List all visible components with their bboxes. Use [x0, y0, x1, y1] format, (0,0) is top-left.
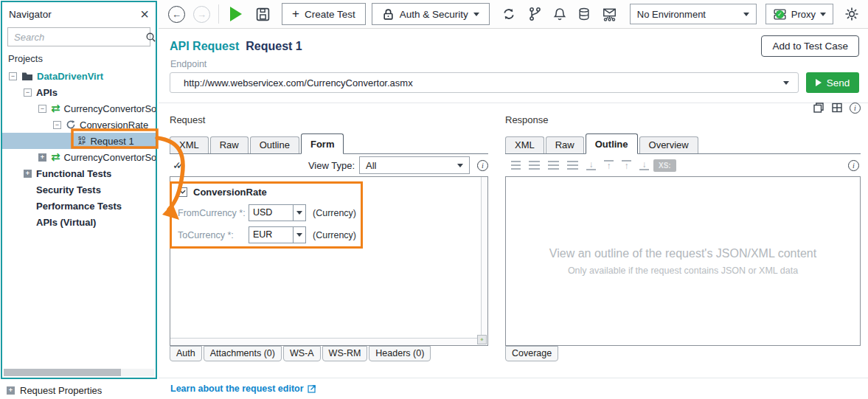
tab-raw[interactable]: Raw: [210, 136, 249, 153]
endpoint-combo[interactable]: http://www.webservicex.com/CurrencyConve…: [170, 72, 799, 93]
search-icon[interactable]: [145, 32, 156, 43]
tree-item-apis[interactable]: − APIs: [2, 84, 156, 100]
auth-security-button[interactable]: Auth & Security: [372, 3, 490, 25]
external-link-icon: [308, 384, 316, 393]
request-properties-toggle[interactable]: + Request Properties: [0, 382, 159, 399]
chevron-down-icon: [457, 164, 463, 167]
detach-window-icon[interactable]: [813, 102, 824, 114]
view-type-label: View Type:: [308, 160, 355, 171]
environment-select[interactable]: No Environment: [630, 4, 757, 24]
chevron-down-icon: [820, 13, 826, 16]
search-input[interactable]: [14, 32, 145, 43]
tab-xml[interactable]: XML: [505, 136, 544, 153]
from-currency-select[interactable]: USD: [249, 204, 306, 221]
request-bottom-tabs: Auth Attachments (0) WS-A WS-RM Headers …: [170, 346, 488, 361]
to-currency-select[interactable]: EUR: [249, 226, 306, 243]
tree-item-interface-2[interactable]: + ⇄ CurrencyConvertorSo: [2, 149, 156, 165]
tab-outline[interactable]: Outline: [586, 133, 638, 154]
validate-icon[interactable]: ✓✓: [170, 159, 177, 171]
group-collapse-checkbox[interactable]: [178, 187, 187, 197]
response-bottom-tabs: Coverage: [505, 346, 861, 361]
outline-expand-level-icon: [529, 161, 540, 170]
tree-item-performance-tests[interactable]: Performance Tests: [2, 198, 156, 214]
learn-about-request-editor-link[interactable]: Learn about the request editor: [170, 384, 316, 394]
tree-item-label: Performance Tests: [36, 201, 122, 212]
main-area: ← → + Create Test Auth & Security: [159, 0, 868, 399]
outline-expand-all-icon: [567, 161, 578, 170]
tab-coverage[interactable]: Coverage: [505, 346, 558, 361]
tab-raw[interactable]: Raw: [546, 136, 584, 153]
collapse-icon[interactable]: −: [9, 72, 17, 80]
tree-item-label: APIs: [36, 87, 58, 98]
back-button[interactable]: ←: [168, 6, 185, 23]
tree-item-operation[interactable]: − ConversionRate: [2, 117, 156, 133]
tab-form[interactable]: Form: [301, 133, 344, 154]
send-button[interactable]: Send: [806, 72, 859, 93]
tab-attachments[interactable]: Attachments (0): [204, 346, 282, 361]
field-type-hint: (Currency): [313, 208, 356, 218]
scrollbar-thumb[interactable]: [4, 369, 121, 376]
notifications-bell-icon[interactable]: [553, 7, 566, 21]
tab-auth[interactable]: Auth: [170, 346, 202, 361]
tab-ws-rm[interactable]: WS-RM: [322, 346, 368, 361]
tree-item-project[interactable]: − DataDrivenVirt: [2, 68, 156, 84]
create-test-button[interactable]: + Create Test: [282, 3, 366, 25]
chevron-down-icon[interactable]: [293, 205, 305, 221]
tree-item-apis-virtual[interactable]: APIs (Virtual): [2, 214, 156, 230]
move-down-icon: ↓: [586, 160, 596, 170]
info-icon[interactable]: i: [477, 160, 488, 171]
vertical-scrollbar[interactable]: [481, 177, 487, 338]
tree-item-label: ConversionRate: [80, 119, 148, 131]
layout-grid-icon[interactable]: [831, 102, 843, 114]
tab-headers[interactable]: Headers (0): [369, 346, 431, 361]
save-icon[interactable]: [255, 7, 271, 22]
search-box[interactable]: [7, 27, 150, 46]
collapse-icon[interactable]: −: [38, 105, 46, 113]
info-icon[interactable]: i: [848, 160, 859, 171]
tab-outline[interactable]: Outline: [250, 136, 299, 153]
chevron-down-icon: [473, 13, 479, 16]
expand-icon[interactable]: +: [24, 170, 32, 178]
tab-xml[interactable]: XML: [170, 136, 209, 153]
close-icon[interactable]: ×: [140, 7, 149, 21]
form-group-label: ConversionRate: [193, 187, 267, 198]
app-window: Navigator × Projects − DataDrivenVirt − …: [0, 0, 868, 399]
collapse-icon[interactable]: −: [24, 89, 32, 97]
tree-item-label: DataDrivenVirt: [37, 71, 103, 82]
tree-item-request-1[interactable]: SOAP Request 1: [2, 133, 156, 149]
move-up-icon: ↑: [604, 160, 614, 170]
expand-icon[interactable]: +: [7, 386, 15, 395]
database-icon[interactable]: [577, 7, 591, 21]
info-icon[interactable]: i: [850, 103, 861, 114]
horizontal-scrollbar[interactable]: [170, 338, 481, 345]
add-to-test-case-button[interactable]: Add to Test Case: [761, 35, 859, 57]
forward-button[interactable]: →: [193, 6, 210, 23]
soap-request-icon: SOAP: [78, 136, 86, 145]
tree-item-interface-1[interactable]: − ⇄ CurrencyConvertorSo: [2, 100, 156, 117]
collapse-icon[interactable]: −: [53, 121, 61, 129]
run-button[interactable]: [230, 7, 242, 21]
jump-top-icon: ↑: [622, 160, 631, 170]
navigator-horizontal-scrollbar[interactable]: [4, 369, 154, 376]
plus-icon: +: [292, 7, 299, 21]
tab-overview[interactable]: Overview: [639, 136, 698, 153]
chevron-down-icon[interactable]: [293, 227, 305, 243]
play-icon: [816, 79, 822, 86]
response-placeholder-title: View an outline of the request's JSON/XM…: [549, 247, 816, 260]
jms-mail-icon[interactable]: [602, 7, 617, 21]
expand-icon[interactable]: +: [38, 153, 46, 162]
settings-gear-icon[interactable]: [844, 7, 859, 21]
lock-icon: [382, 8, 395, 21]
git-branch-icon[interactable]: [528, 7, 542, 21]
proxy-button[interactable]: ✓ Proxy: [765, 4, 833, 24]
view-type-select[interactable]: All: [359, 156, 470, 174]
proxy-enabled-check-icon: ✓: [776, 10, 784, 18]
scroll-corner-icon[interactable]: ⌖: [477, 335, 487, 344]
tab-ws-a[interactable]: WS-A: [283, 346, 321, 361]
field-type-hint: (Currency): [313, 230, 356, 240]
tree-item-security-tests[interactable]: Security Tests: [2, 181, 156, 198]
refresh-icon[interactable]: [501, 7, 516, 21]
tree-item-functional-tests[interactable]: + Functional Tests: [2, 165, 156, 181]
projects-label: Projects: [8, 53, 156, 68]
page-title-name: Request 1: [246, 40, 302, 53]
